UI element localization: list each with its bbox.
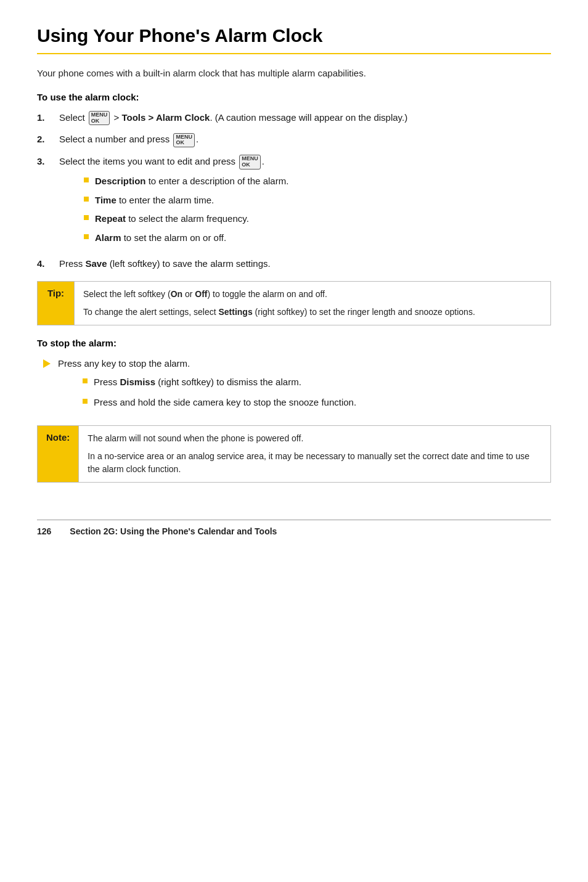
tip-content: Select the left softkey (On or Off) to t…	[75, 282, 484, 325]
menu-icon-1: MENUOK	[89, 111, 110, 126]
step-3: 3. Select the items you want to edit and…	[37, 155, 551, 250]
note-content: The alarm will not sound when the phone …	[79, 426, 550, 482]
stop-alarm-text: Press any key to stop the alarm. Press D…	[58, 357, 356, 416]
note-label: Note:	[38, 426, 79, 482]
menu-icon-2: MENUOK	[173, 133, 195, 148]
note-line-1: The alarm will not sound when the phone …	[88, 432, 542, 445]
bullet-icon-3	[84, 215, 89, 220]
footer-section-text: Section 2G: Using the Phone's Calendar a…	[70, 526, 277, 536]
step-3-num: 3.	[37, 155, 59, 169]
step-2-num: 2.	[37, 133, 59, 147]
tip-line-1: Select the left softkey (On or Off) to t…	[83, 288, 475, 301]
stop-alarm-heading: To stop the alarm:	[37, 338, 551, 348]
intro-paragraph: Your phone comes with a built-in alarm c…	[37, 67, 551, 81]
step-3-bullets: Description to enter a description of th…	[84, 174, 288, 245]
title-divider	[37, 53, 551, 54]
tip-label: Tip:	[38, 282, 75, 325]
step-4: 4. Press Save (left softkey) to save the…	[37, 257, 551, 271]
step-2: 2. Select a number and press MENUOK.	[37, 133, 551, 147]
sub-bullet-icon-1	[83, 378, 88, 383]
step-4-text: Press Save (left softkey) to save the al…	[59, 257, 271, 271]
step-3-text: Select the items you want to edit and pr…	[59, 155, 288, 250]
bullet-icon-2	[84, 197, 89, 202]
sub-bullet-snooze-text: Press and hold the side camera key to st…	[94, 396, 356, 410]
tip-box: Tip: Select the left softkey (On or Off)…	[37, 281, 551, 325]
use-alarm-heading: To use the alarm clock:	[37, 92, 551, 102]
bullet-icon-4	[84, 234, 89, 239]
bullet-time: Time to enter the alarm time.	[84, 194, 288, 208]
footer: 126 Section 2G: Using the Phone's Calend…	[37, 526, 551, 536]
bullet-repeat-text: Repeat to select the alarm frequency.	[95, 212, 249, 226]
bullet-icon-1	[84, 178, 89, 182]
tip-line-2: To change the alert settings, select Set…	[83, 306, 475, 319]
step-1-text: Select MENUOK > Tools > Alarm Clock. (A …	[59, 111, 407, 126]
note-line-2: In a no-service area or an analog servic…	[88, 450, 542, 476]
stop-alarm-sub-bullets: Press Dismiss (right softkey) to dismiss…	[83, 375, 356, 409]
page-title: Using Your Phone's Alarm Clock	[37, 25, 551, 47]
note-box: Note: The alarm will not sound when the …	[37, 425, 551, 483]
steps-list: 1. Select MENUOK > Tools > Alarm Clock. …	[37, 111, 551, 271]
footer-page-number: 126	[37, 526, 51, 536]
bullet-description: Description to enter a description of th…	[84, 174, 288, 189]
arrow-icon	[43, 359, 51, 368]
sub-bullet-icon-2	[83, 399, 88, 404]
bullet-time-text: Time to enter the alarm time.	[95, 194, 214, 208]
step-1: 1. Select MENUOK > Tools > Alarm Clock. …	[37, 111, 551, 126]
bullet-description-text: Description to enter a description of th…	[95, 174, 288, 189]
bullet-alarm: Alarm to set the alarm on or off.	[84, 231, 288, 245]
step-4-num: 4.	[37, 257, 59, 271]
sub-bullet-dismiss-text: Press Dismiss (right softkey) to dismiss…	[94, 375, 301, 390]
step-2-text: Select a number and press MENUOK.	[59, 133, 198, 147]
bullet-repeat: Repeat to select the alarm frequency.	[84, 212, 288, 226]
stop-alarm-list: Press any key to stop the alarm. Press D…	[43, 357, 551, 416]
stop-alarm-item: Press any key to stop the alarm. Press D…	[43, 357, 551, 416]
sub-bullet-dismiss: Press Dismiss (right softkey) to dismiss…	[83, 375, 356, 390]
menu-icon-3: MENUOK	[239, 155, 261, 169]
footer-divider	[37, 520, 551, 520]
bullet-alarm-text: Alarm to set the alarm on or off.	[95, 231, 226, 245]
step-1-num: 1.	[37, 111, 59, 125]
sub-bullet-snooze: Press and hold the side camera key to st…	[83, 396, 356, 410]
